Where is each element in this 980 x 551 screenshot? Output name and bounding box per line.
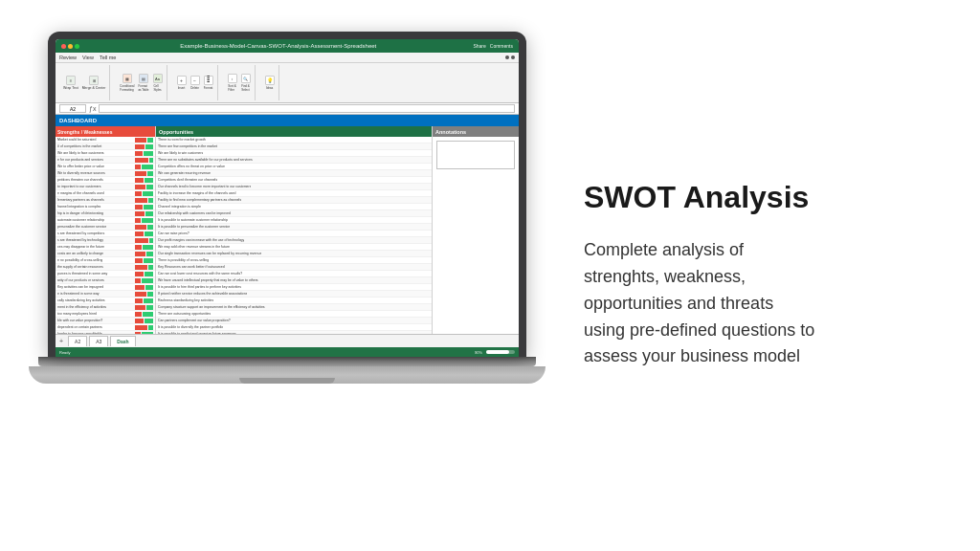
table-row: We to offer better price or value [56,164,155,170]
format-as-table-btn[interactable]: ▤ Formatas Table [137,73,149,93]
table-row: # of competitors in the market [56,143,155,150]
swot-title: SWOT Analysis [584,181,809,214]
delete-btn[interactable]: − Delete [189,75,201,91]
insert-btn[interactable]: + Insert [176,75,188,91]
table-row: ces may disappear in the future [56,244,155,251]
annotations-empty [433,173,519,334]
list-item: We can generate recurring revenue [156,170,432,177]
status-left: Ready [59,350,71,355]
opportunities-col: Opportunities There is room for market g… [156,126,433,334]
table-row: petitions threaten our channels [56,177,155,184]
table-row: e for our products and services [56,157,155,164]
table-row: lementary partners as channels [56,197,155,204]
list-item: Channel integration is simple [156,204,432,210]
opportunities-rows: There is room for market growth There ar… [156,137,432,334]
ribbon-content: ≡ Wrap Text ⊞ Merge & Center [56,63,519,102]
table-row: automate customer relationship [56,217,155,224]
sheet-tab-a3[interactable]: A3 [89,336,108,346]
excel-app: Example-Business-Model-Canvas-SWOT-Analy… [56,39,519,357]
list-item: We may add other revenue streams in the … [156,244,432,251]
sheet-tab-a2[interactable]: A2 [68,336,87,346]
excel-filename: Example-Business-Model-Canvas-SWOT-Analy… [83,43,473,49]
sheet-tab-dash[interactable]: Dash [110,336,135,346]
format-btn[interactable]: ≣ Format [203,75,214,91]
excel-menu-bar: Review View Tell me [56,53,519,63]
formula-bar: A2 ƒx [56,103,519,115]
cell-styles-btn[interactable]: Aa CellStyles [152,73,164,93]
table-row: personalize the customer service [56,224,155,231]
menu-tellme[interactable]: Tell me [100,55,116,60]
comments-btn[interactable]: Comments [490,43,513,49]
status-bar: Ready 90% [56,347,519,357]
table-row: hip is in danger of deteriorating [56,210,155,217]
excel-title-bar: Example-Business-Model-Canvas-SWOT-Analy… [56,39,519,53]
menu-view[interactable]: View [82,55,94,60]
table-row: purces is threatened in some way [56,271,155,277]
desc-line2: strenghts, weakness, [584,267,746,286]
ribbon-group-format: ▦ ConditionalFormatting ▤ Formatas Table [116,65,167,100]
list-item: There are few competitors in the market [156,143,432,150]
left-questions-col: Strengths / Weaknesses Market could be s… [56,126,156,334]
dashboard-header: DASHBOARD [56,115,519,126]
formula-input[interactable] [99,104,515,113]
list-item: It is possible to hire third parties to … [156,284,432,291]
merge-center-btn[interactable]: ⊞ Merge & Center [81,75,107,91]
right-panel: SWOT Analysis Complete analysis of stren… [555,0,980,551]
table-row: hannel integration is complex [56,204,155,210]
table-row: dependent on certain partners [56,324,155,331]
find-select-btn[interactable]: 🔍 Find &Select [240,73,252,93]
table-row: costs are an unlikely to change [56,251,155,257]
list-item: There is possibility of cross-selling [156,257,432,264]
list-item: Can we cost lower cost resources with th… [156,271,432,277]
list-item: Facility to increase the margins of the … [156,190,432,197]
list-item: There is room for market growth [156,137,432,143]
desc-line4: using pre-defined questions to [584,320,814,340]
menu-review[interactable]: Review [59,55,77,60]
table-row: the supply of certain resources [56,264,155,271]
ribbon-group-ideas: 💡 Ideas [261,65,279,100]
dashboard-label: DASHBOARD [59,118,97,123]
list-item: There are no substitutes available for o… [156,157,432,164]
weakness-rows: Market could be saturated # of competito… [56,137,155,334]
add-sheet-btn[interactable]: + [59,338,63,344]
table-row: too many employees hired [56,311,155,318]
laptop-section: Example-Business-Model-Canvas-SWOT-Analy… [0,0,555,551]
conditional-formatting-btn[interactable]: ▦ ConditionalFormatting [119,73,135,93]
list-item: Our relationship with customers can be i… [156,210,432,217]
list-item: Our single transaction revenues can be r… [156,251,432,257]
annotations-header: Annotations [433,126,519,137]
desc-line3: opportunities and threats [584,294,773,313]
screen-content: Example-Business-Model-Canvas-SWOT-Analy… [56,39,519,357]
list-item: Can partners complement our value propos… [156,318,432,324]
ideas-btn[interactable]: 💡 Ideas [264,75,276,91]
table-row: Market could be saturated [56,137,155,143]
name-box[interactable]: A2 [59,104,86,113]
sheet-columns: Strengths / Weaknesses Market could be s… [56,126,519,334]
sort-filter-btn[interactable]: ↕ Sort &Filter [227,73,238,93]
list-item: There are outsourcing opportunities [156,311,432,318]
table-row: e no possibility of cross-selling [56,257,155,264]
zoom-slider[interactable] [486,350,515,354]
laptop-screen: Example-Business-Model-Canvas-SWOT-Analy… [48,32,526,357]
list-item: We are likely to win customers [156,150,432,157]
list-item: We have unused intellectual property tha… [156,277,432,284]
ribbon-group-wrap: ≡ Wrap Text ⊞ Merge & Center [59,65,110,100]
spreadsheet-area: DASHBOARD Strengths / Weaknesses [56,115,519,334]
zoom-level: 90% [475,350,482,355]
list-item: It is possible to personalize the custom… [156,224,432,231]
list-item: Our profit margins can increase with the… [156,237,432,244]
share-btn[interactable]: Share [473,43,485,49]
sheet-tab-bar: + A2 A3 Dash [56,334,519,347]
table-row: to important to our customers [56,184,155,190]
table-row: We are likely to face customers [56,150,155,157]
list-item: Company structure support an improvement… [156,304,432,311]
laptop-wrapper: Example-Business-Model-Canvas-SWOT-Analy… [29,32,546,529]
swot-description: Complete analysis of strenghts, weakness… [584,237,814,370]
wrap-text-btn[interactable]: ≡ Wrap Text [62,75,79,91]
opportunities-header: Opportunities [156,126,432,137]
list-item: Competitors don't threaten our channels [156,177,432,184]
list-item: Can we raise prices? [156,231,432,237]
annotation-box [436,141,515,169]
table-row: Key activities can be impugned [56,284,155,291]
list-item: Our channels tend to become more importa… [156,184,432,190]
